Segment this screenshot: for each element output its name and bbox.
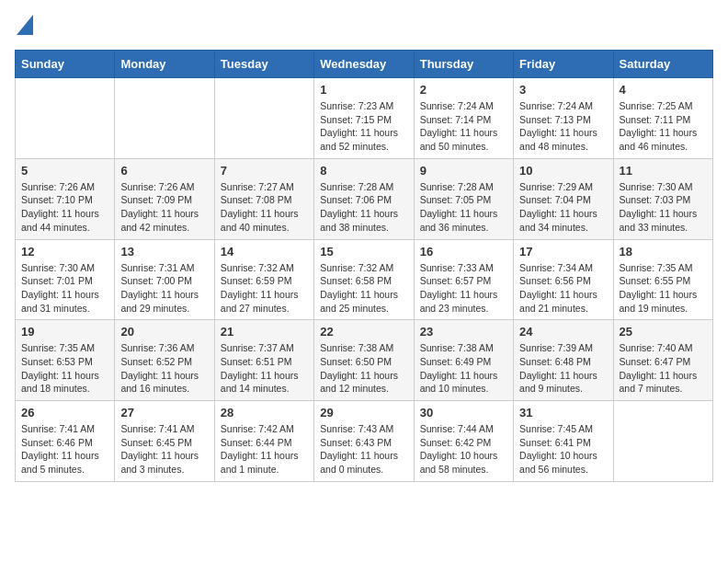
day-info: Sunrise: 7:27 AM Sunset: 7:08 PM Dayligh… <box>221 180 308 235</box>
day-number: 6 <box>120 164 208 178</box>
weekday-header-tuesday: Tuesday <box>214 51 313 78</box>
day-number: 19 <box>21 325 108 339</box>
day-info: Sunrise: 7:38 AM Sunset: 6:49 PM Dayligh… <box>420 341 507 396</box>
calendar-cell: 8Sunrise: 7:28 AM Sunset: 7:06 PM Daylig… <box>314 158 414 239</box>
page-header <box>15 15 713 39</box>
calendar-cell <box>214 78 313 159</box>
day-number: 17 <box>519 245 607 259</box>
day-info: Sunrise: 7:41 AM Sunset: 6:46 PM Dayligh… <box>21 422 108 477</box>
day-number: 11 <box>620 164 707 178</box>
day-number: 29 <box>320 406 407 419</box>
day-number: 21 <box>221 325 308 339</box>
calendar-cell: 18Sunrise: 7:35 AM Sunset: 6:55 PM Dayli… <box>613 239 712 320</box>
day-number: 12 <box>21 245 108 259</box>
day-number: 5 <box>21 164 108 178</box>
day-info: Sunrise: 7:32 AM Sunset: 6:59 PM Dayligh… <box>221 261 308 316</box>
calendar-body: 1Sunrise: 7:23 AM Sunset: 7:15 PM Daylig… <box>16 78 713 482</box>
weekday-header-wednesday: Wednesday <box>314 51 414 78</box>
calendar-cell: 10Sunrise: 7:29 AM Sunset: 7:04 PM Dayli… <box>514 158 613 239</box>
weekday-header-saturday: Saturday <box>613 51 712 78</box>
day-info: Sunrise: 7:26 AM Sunset: 7:09 PM Dayligh… <box>120 180 208 235</box>
day-info: Sunrise: 7:40 AM Sunset: 6:47 PM Dayligh… <box>620 341 707 396</box>
day-info: Sunrise: 7:30 AM Sunset: 7:01 PM Dayligh… <box>21 261 108 316</box>
calendar-week-row: 1Sunrise: 7:23 AM Sunset: 7:15 PM Daylig… <box>16 78 713 159</box>
calendar-cell: 31Sunrise: 7:45 AM Sunset: 6:41 PM Dayli… <box>514 401 613 482</box>
day-info: Sunrise: 7:39 AM Sunset: 6:48 PM Dayligh… <box>519 341 607 396</box>
day-number: 3 <box>519 83 607 97</box>
day-number: 4 <box>620 83 707 97</box>
calendar-cell: 19Sunrise: 7:35 AM Sunset: 6:53 PM Dayli… <box>16 320 115 401</box>
day-info: Sunrise: 7:24 AM Sunset: 7:14 PM Dayligh… <box>420 99 507 154</box>
day-info: Sunrise: 7:42 AM Sunset: 6:44 PM Dayligh… <box>221 422 308 477</box>
day-number: 22 <box>320 325 407 339</box>
day-info: Sunrise: 7:28 AM Sunset: 7:05 PM Dayligh… <box>420 180 507 235</box>
calendar-cell: 1Sunrise: 7:23 AM Sunset: 7:15 PM Daylig… <box>314 78 414 159</box>
day-info: Sunrise: 7:33 AM Sunset: 6:57 PM Dayligh… <box>420 261 507 316</box>
day-number: 1 <box>320 83 407 97</box>
calendar-cell: 24Sunrise: 7:39 AM Sunset: 6:48 PM Dayli… <box>514 320 613 401</box>
calendar-cell: 6Sunrise: 7:26 AM Sunset: 7:09 PM Daylig… <box>115 158 214 239</box>
calendar-cell: 27Sunrise: 7:41 AM Sunset: 6:45 PM Dayli… <box>115 401 214 482</box>
calendar-cell: 21Sunrise: 7:37 AM Sunset: 6:51 PM Dayli… <box>214 320 313 401</box>
day-info: Sunrise: 7:32 AM Sunset: 6:58 PM Dayligh… <box>320 261 407 316</box>
calendar-week-row: 19Sunrise: 7:35 AM Sunset: 6:53 PM Dayli… <box>16 320 713 401</box>
calendar-cell: 30Sunrise: 7:44 AM Sunset: 6:42 PM Dayli… <box>414 401 513 482</box>
day-number: 20 <box>120 325 208 339</box>
day-number: 30 <box>420 406 507 419</box>
day-info: Sunrise: 7:41 AM Sunset: 6:45 PM Dayligh… <box>120 422 208 477</box>
day-number: 23 <box>420 325 507 339</box>
calendar-cell: 9Sunrise: 7:28 AM Sunset: 7:05 PM Daylig… <box>414 158 513 239</box>
day-info: Sunrise: 7:31 AM Sunset: 7:00 PM Dayligh… <box>120 261 208 316</box>
weekday-header-friday: Friday <box>514 51 613 78</box>
weekday-header-monday: Monday <box>115 51 214 78</box>
calendar-table: SundayMondayTuesdayWednesdayThursdayFrid… <box>15 50 713 482</box>
calendar-week-row: 12Sunrise: 7:30 AM Sunset: 7:01 PM Dayli… <box>16 239 713 320</box>
day-number: 18 <box>620 245 707 259</box>
calendar-cell: 2Sunrise: 7:24 AM Sunset: 7:14 PM Daylig… <box>414 78 513 159</box>
calendar-cell: 12Sunrise: 7:30 AM Sunset: 7:01 PM Dayli… <box>16 239 115 320</box>
day-info: Sunrise: 7:36 AM Sunset: 6:52 PM Dayligh… <box>120 341 208 396</box>
calendar-header-row: SundayMondayTuesdayWednesdayThursdayFrid… <box>16 51 713 78</box>
calendar-cell: 14Sunrise: 7:32 AM Sunset: 6:59 PM Dayli… <box>214 239 313 320</box>
day-number: 25 <box>620 325 707 339</box>
calendar-cell: 26Sunrise: 7:41 AM Sunset: 6:46 PM Dayli… <box>16 401 115 482</box>
day-info: Sunrise: 7:25 AM Sunset: 7:11 PM Dayligh… <box>620 99 707 154</box>
day-number: 15 <box>320 245 407 259</box>
calendar-week-row: 5Sunrise: 7:26 AM Sunset: 7:10 PM Daylig… <box>16 158 713 239</box>
day-number: 24 <box>519 325 607 339</box>
weekday-header-thursday: Thursday <box>414 51 513 78</box>
day-info: Sunrise: 7:45 AM Sunset: 6:41 PM Dayligh… <box>519 422 607 477</box>
day-info: Sunrise: 7:30 AM Sunset: 7:03 PM Dayligh… <box>620 180 707 235</box>
day-info: Sunrise: 7:23 AM Sunset: 7:15 PM Dayligh… <box>320 99 407 154</box>
day-number: 27 <box>120 406 208 419</box>
day-info: Sunrise: 7:37 AM Sunset: 6:51 PM Dayligh… <box>221 341 308 396</box>
day-info: Sunrise: 7:38 AM Sunset: 6:50 PM Dayligh… <box>320 341 407 396</box>
day-info: Sunrise: 7:35 AM Sunset: 6:55 PM Dayligh… <box>620 261 707 316</box>
day-number: 14 <box>221 245 308 259</box>
calendar-cell: 17Sunrise: 7:34 AM Sunset: 6:56 PM Dayli… <box>514 239 613 320</box>
day-info: Sunrise: 7:44 AM Sunset: 6:42 PM Dayligh… <box>420 422 507 477</box>
calendar-cell: 16Sunrise: 7:33 AM Sunset: 6:57 PM Dayli… <box>414 239 513 320</box>
day-number: 8 <box>320 164 407 178</box>
calendar-cell: 13Sunrise: 7:31 AM Sunset: 7:00 PM Dayli… <box>115 239 214 320</box>
calendar-cell: 4Sunrise: 7:25 AM Sunset: 7:11 PM Daylig… <box>613 78 712 159</box>
calendar-cell: 23Sunrise: 7:38 AM Sunset: 6:49 PM Dayli… <box>414 320 513 401</box>
calendar-cell: 25Sunrise: 7:40 AM Sunset: 6:47 PM Dayli… <box>613 320 712 401</box>
day-number: 28 <box>221 406 308 419</box>
calendar-cell: 28Sunrise: 7:42 AM Sunset: 6:44 PM Dayli… <box>214 401 313 482</box>
svg-marker-0 <box>17 15 33 35</box>
day-number: 7 <box>221 164 308 178</box>
day-info: Sunrise: 7:28 AM Sunset: 7:06 PM Dayligh… <box>320 180 407 235</box>
day-info: Sunrise: 7:43 AM Sunset: 6:43 PM Dayligh… <box>320 422 407 477</box>
calendar-cell: 5Sunrise: 7:26 AM Sunset: 7:10 PM Daylig… <box>16 158 115 239</box>
calendar-cell: 22Sunrise: 7:38 AM Sunset: 6:50 PM Dayli… <box>314 320 414 401</box>
calendar-cell <box>613 401 712 482</box>
day-number: 26 <box>21 406 108 419</box>
day-number: 31 <box>519 406 607 419</box>
weekday-header-sunday: Sunday <box>16 51 115 78</box>
day-number: 2 <box>420 83 507 97</box>
calendar-cell: 3Sunrise: 7:24 AM Sunset: 7:13 PM Daylig… <box>514 78 613 159</box>
day-number: 16 <box>420 245 507 259</box>
calendar-cell: 15Sunrise: 7:32 AM Sunset: 6:58 PM Dayli… <box>314 239 414 320</box>
day-info: Sunrise: 7:35 AM Sunset: 6:53 PM Dayligh… <box>21 341 108 396</box>
